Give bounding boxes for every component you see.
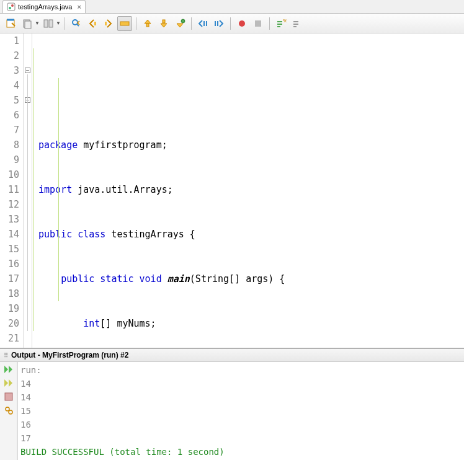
toggle-bookmark-button[interactable] (172, 16, 187, 31)
macro-record-button[interactable] (234, 16, 249, 31)
fold-toggle-icon[interactable]: − (25, 68, 30, 73)
next-bookmark-button[interactable] (156, 16, 171, 31)
rerun-alt-button[interactable] (2, 377, 15, 389)
svg-point-1 (9, 7, 11, 9)
line-number: 6 (6, 108, 19, 123)
find-selection-back-button[interactable] (69, 16, 84, 31)
tab-filename: testingArrays.java (18, 3, 72, 11)
line-number: 14 (6, 227, 19, 242)
drag-handle-icon[interactable]: ⠿ (4, 352, 9, 359)
output-toolbar (0, 362, 17, 460)
svg-point-8 (73, 20, 78, 25)
output-panel: ⠿ Output - MyFirstProgram (run) #2 run: … (0, 348, 464, 460)
line-gutter: 1 2 3 4 5 6 7 8 9 10 11 12 13 14 15 16 1… (0, 33, 24, 348)
output-line: 14 (20, 377, 225, 390)
svg-rect-26 (293, 24, 298, 25)
editor-toolbar: ▼ ▼ % (0, 14, 464, 33)
output-line: 14 (20, 390, 225, 404)
line-number: 16 (6, 257, 19, 271)
svg-rect-23 (277, 26, 280, 27)
svg-rect-9 (94, 22, 96, 25)
separator (230, 17, 231, 30)
line-number: 13 (6, 212, 19, 227)
shift-right-button[interactable] (212, 16, 226, 31)
output-text[interactable]: run: 14 14 15 16 17 BUILD SUCCESSFUL (to… (17, 362, 227, 460)
output-line-success: BUILD SUCCESSFUL (total time: 1 second) (20, 445, 225, 459)
separator (191, 17, 192, 30)
code-line: public static void main(String[] args) { (38, 271, 464, 286)
stop-output-button[interactable] (2, 391, 15, 402)
line-number: 8 (6, 138, 19, 152)
svg-rect-21 (277, 21, 282, 22)
find-next-button[interactable] (101, 16, 116, 31)
comment-button[interactable]: % (274, 16, 288, 31)
svg-point-2 (11, 4, 14, 7)
output-line: 17 (20, 431, 225, 445)
line-number: 5 (6, 93, 19, 108)
code-line: package myfirstprogram; (38, 138, 464, 152)
output-line: run: (20, 363, 225, 377)
code-line: int[] myNums; (38, 316, 464, 331)
file-tabs: testingArrays.java × (0, 0, 464, 14)
code-editor[interactable]: 1 2 3 4 5 6 7 8 9 10 11 12 13 14 15 16 1… (0, 33, 464, 348)
svg-rect-22 (277, 24, 282, 25)
line-number: 17 (6, 271, 19, 286)
separator (65, 17, 65, 30)
separator (136, 17, 136, 30)
svg-rect-7 (49, 20, 53, 27)
svg-rect-27 (293, 26, 297, 27)
fold-column: − − (24, 33, 32, 348)
separator (269, 17, 270, 30)
output-header[interactable]: ⠿ Output - MyFirstProgram (run) #2 (0, 349, 464, 362)
code-line: import java.util.Arrays; (38, 182, 464, 197)
line-number: 15 (6, 242, 19, 257)
prev-bookmark-button[interactable] (140, 16, 155, 31)
output-title: Output - MyFirstProgram (run) #2 (11, 351, 128, 359)
dropdown-arrow-icon[interactable]: ▼ (56, 20, 61, 26)
line-number: 11 (6, 182, 19, 197)
svg-text:%: % (283, 18, 287, 24)
svg-rect-10 (105, 22, 107, 25)
svg-rect-0 (7, 3, 15, 11)
line-number: 4 (6, 78, 19, 93)
line-number: 21 (6, 331, 19, 346)
source-button[interactable] (4, 16, 19, 31)
diff-button[interactable] (41, 16, 56, 31)
line-number: 2 (6, 48, 19, 63)
file-tab-testingarrays[interactable]: testingArrays.java × (2, 0, 86, 13)
close-icon[interactable]: × (77, 3, 81, 11)
dropdown-arrow-icon[interactable]: ▼ (35, 20, 40, 26)
history-button[interactable] (20, 16, 35, 31)
line-number: 18 (6, 286, 19, 301)
svg-rect-11 (120, 22, 129, 25)
line-number: 20 (6, 316, 19, 331)
output-body: run: 14 14 15 16 17 BUILD SUCCESSFUL (to… (0, 362, 464, 460)
find-prev-button[interactable] (85, 16, 100, 31)
svg-rect-16 (206, 21, 207, 26)
svg-rect-6 (44, 20, 48, 27)
line-number: 9 (6, 152, 19, 167)
svg-rect-13 (163, 20, 165, 23)
scope-bar (33, 48, 34, 331)
line-number: 19 (6, 301, 19, 316)
output-line: 16 (20, 418, 225, 431)
svg-rect-12 (146, 24, 149, 27)
code-line: public class testingArrays { (38, 227, 464, 242)
code-area[interactable]: package myfirstprogram; import java.util… (32, 33, 464, 348)
scope-bar (58, 78, 59, 301)
output-line: 15 (20, 404, 225, 418)
highlight-button[interactable] (117, 16, 132, 31)
line-number: 1 (6, 33, 19, 48)
svg-rect-17 (215, 21, 216, 26)
svg-rect-20 (255, 20, 261, 27)
settings-output-button[interactable] (2, 405, 15, 416)
svg-point-29 (6, 407, 9, 411)
uncomment-button[interactable] (290, 16, 305, 31)
svg-point-19 (239, 20, 245, 27)
svg-rect-15 (203, 21, 205, 26)
shift-left-button[interactable] (195, 16, 210, 31)
line-number: 10 (6, 167, 19, 182)
java-file-icon (7, 2, 16, 11)
macro-stop-button[interactable] (251, 16, 265, 31)
rerun-button[interactable] (2, 364, 15, 375)
